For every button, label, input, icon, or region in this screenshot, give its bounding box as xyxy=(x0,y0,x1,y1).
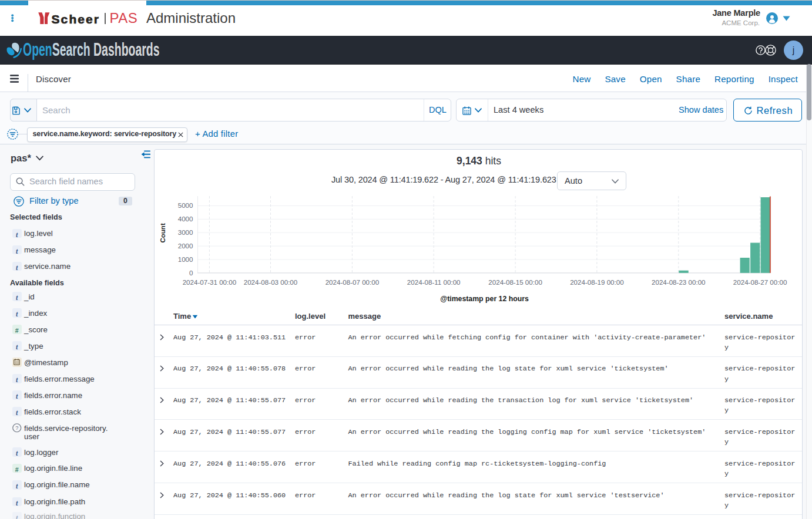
svg-text:5000: 5000 xyxy=(178,201,193,209)
svg-text:1000: 1000 xyxy=(178,255,193,263)
svg-text:Count: Count xyxy=(159,223,166,242)
svg-text:2024-08-19 00:00: 2024-08-19 00:00 xyxy=(570,278,624,286)
svg-text:2024-08-11 00:00: 2024-08-11 00:00 xyxy=(407,278,461,286)
svg-text:4000: 4000 xyxy=(178,215,193,223)
svg-text:2024-07-31 00:00: 2024-07-31 00:00 xyxy=(183,278,237,286)
svg-text:2024-08-23 00:00: 2024-08-23 00:00 xyxy=(652,278,706,286)
svg-text:2024-08-27 00:00: 2024-08-27 00:00 xyxy=(733,278,787,286)
svg-text:2024-08-07 00:00: 2024-08-07 00:00 xyxy=(326,278,380,286)
svg-text:2024-08-15 00:00: 2024-08-15 00:00 xyxy=(488,278,542,286)
svg-text:2000: 2000 xyxy=(178,242,193,250)
svg-text:2024-08-03 00:00: 2024-08-03 00:00 xyxy=(244,278,298,286)
svg-text:@timestamp per 12 hours: @timestamp per 12 hours xyxy=(440,295,529,303)
svg-text:?: ? xyxy=(15,425,18,431)
svg-text:3000: 3000 xyxy=(178,228,193,236)
svg-text:0: 0 xyxy=(189,269,193,277)
